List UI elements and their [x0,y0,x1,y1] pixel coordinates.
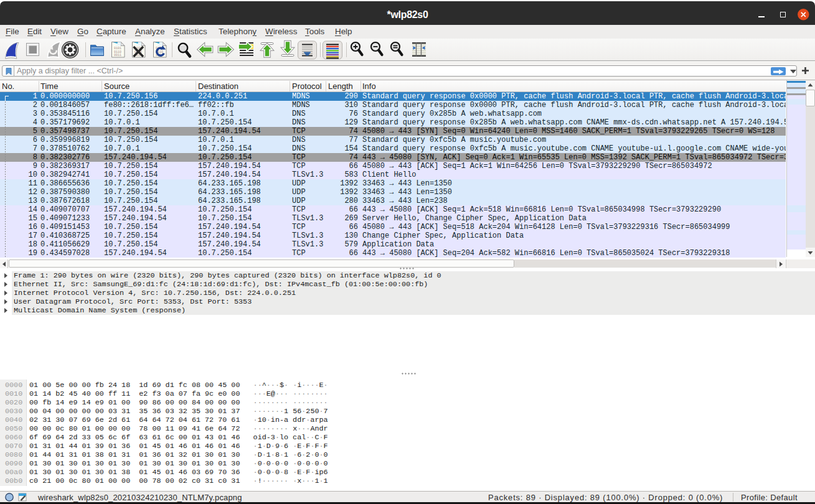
svg-text:0011: 0011 [114,54,121,57]
